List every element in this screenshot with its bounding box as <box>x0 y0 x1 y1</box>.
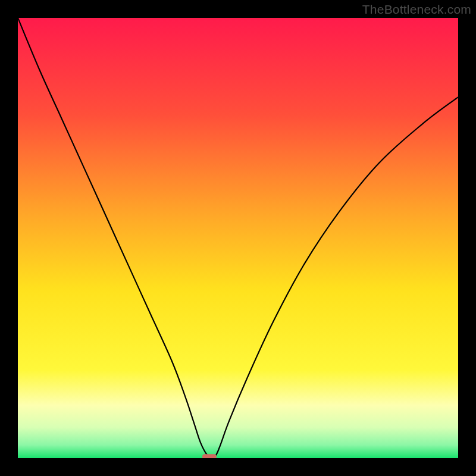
chart-frame: TheBottleneck.com <box>0 0 476 476</box>
chart-svg <box>18 18 458 458</box>
plot-area <box>18 18 458 458</box>
watermark-text: TheBottleneck.com <box>362 2 471 17</box>
gradient-background <box>18 18 458 458</box>
optimal-marker <box>202 454 217 458</box>
